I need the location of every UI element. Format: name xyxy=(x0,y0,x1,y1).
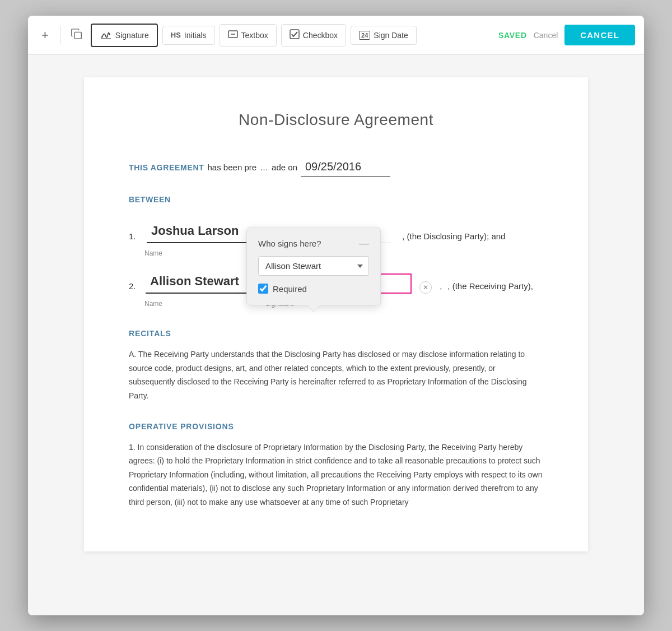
date-field[interactable]: 09/25/2016 xyxy=(301,157,390,177)
add-button[interactable]: + xyxy=(37,26,53,45)
party1-description: , (the Disclosing Party); and xyxy=(402,229,505,244)
toolbar-left: + Signature xyxy=(37,24,494,47)
initials-icon: HS xyxy=(171,31,181,39)
signdate-icon: 24 xyxy=(359,31,370,40)
checkbox-icon xyxy=(290,29,300,41)
signer-popup-container: Who signs here? — Allison Stewart Joshua… xyxy=(246,228,381,305)
party1-number: 1. xyxy=(129,229,140,244)
operative-text: 1. In consideration of the disclosure of… xyxy=(129,440,543,509)
popup-header: Who signs here? — xyxy=(258,238,369,248)
popup-title: Who signs here? xyxy=(258,239,321,248)
toolbar: + Signature xyxy=(28,16,644,55)
party1-name: Joshua Larson xyxy=(147,220,248,243)
checkbox-tool-label: Checkbox xyxy=(303,31,338,40)
initials-tool[interactable]: HS Initials xyxy=(162,26,215,45)
operative-title: OPERATIVE PROVISIONS xyxy=(129,420,543,434)
textbox-tool-label: Textbox xyxy=(241,31,268,40)
signer-popup: Who signs here? — Allison Stewart Joshua… xyxy=(246,228,381,305)
signdate-tool-label: Sign Date xyxy=(374,31,408,40)
textbox-icon xyxy=(228,29,238,41)
cancel-small[interactable]: Cancel xyxy=(534,31,558,40)
signature-close-button[interactable]: ✕ xyxy=(419,281,432,294)
recitals-text: A. The Receiving Party understands that … xyxy=(129,347,543,402)
recitals-title: RECITALS xyxy=(129,327,543,341)
initials-tool-label: Initials xyxy=(184,31,207,40)
this-agreement-label: THIS AGREEMENT xyxy=(129,161,204,175)
made-on-text: ade on xyxy=(272,160,297,175)
document-body: THIS AGREEMENT has been pre … ade on 09/… xyxy=(129,157,543,509)
copy-icon xyxy=(71,28,83,40)
document-area: Who signs here? — Allison Stewart Joshua… xyxy=(28,55,644,615)
signer-select[interactable]: Allison Stewart Joshua Larson xyxy=(258,256,369,276)
sig-svg xyxy=(100,29,112,39)
agreement-intro: THIS AGREEMENT has been pre … ade on 09/… xyxy=(129,157,543,177)
required-checkbox[interactable] xyxy=(258,284,268,294)
popup-minimize-button[interactable]: — xyxy=(359,238,369,248)
svg-rect-5 xyxy=(290,30,299,39)
saved-status: SAVED xyxy=(498,31,527,40)
required-label: Required xyxy=(273,284,307,294)
toolbar-divider xyxy=(60,26,60,44)
signature-icon xyxy=(100,29,112,41)
intro-text: has been pre xyxy=(208,160,257,175)
toolbar-right: SAVED Cancel CANCEL xyxy=(498,25,635,45)
document-page: Who signs here? — Allison Stewart Joshua… xyxy=(84,77,588,551)
cancel-button[interactable]: CANCEL xyxy=(564,25,635,45)
party2-trailing: , xyxy=(440,279,442,294)
intro-ellipsis: … xyxy=(260,160,268,175)
svg-rect-0 xyxy=(74,32,81,39)
app-window: + Signature xyxy=(28,16,644,615)
textbox-tool[interactable]: Textbox xyxy=(220,24,277,47)
between-label: BETWEEN xyxy=(129,193,543,207)
copy-button[interactable] xyxy=(67,25,86,46)
required-row: Required xyxy=(258,284,369,294)
party1-name-label: Name xyxy=(144,248,162,259)
signature-tool-label: Signature xyxy=(115,31,149,40)
party2-name: Allison Stewart xyxy=(146,271,246,294)
signdate-tool[interactable]: 24 Sign Date xyxy=(351,26,417,45)
checkbox-tool[interactable]: Checkbox xyxy=(281,24,346,47)
party2-name-label: Name xyxy=(144,298,162,309)
document-title: Non-Disclosure Agreement xyxy=(129,111,543,129)
signature-tool[interactable]: Signature xyxy=(91,24,158,47)
party2-number: 2. xyxy=(129,279,140,294)
party2-description: , (the Receiving Party), xyxy=(447,279,533,294)
